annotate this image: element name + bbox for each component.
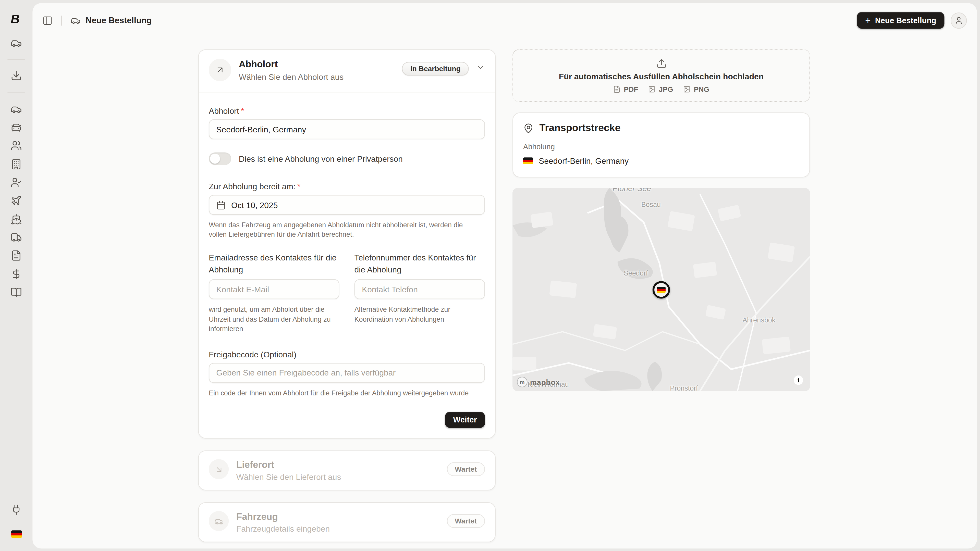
- step-subtitle: Fahrzeugdetails eingeben: [236, 524, 330, 534]
- truck-icon[interactable]: [11, 232, 22, 243]
- ship-icon[interactable]: [11, 214, 22, 225]
- kontakt-telefon-input[interactable]: [355, 279, 485, 300]
- car-front-icon[interactable]: [11, 122, 22, 133]
- dollar-icon[interactable]: [11, 268, 22, 280]
- image-icon: [648, 86, 655, 93]
- freigabecode-help: Ein code der Ihnen vom Abholort für die …: [209, 388, 485, 398]
- transportstrecke-card: Transportstrecke Abholung Seedorf-Berlin…: [512, 113, 810, 178]
- kontakt-email-input[interactable]: [209, 279, 339, 300]
- abholort-input[interactable]: [209, 119, 485, 139]
- arrow-up-right-icon: [209, 59, 231, 81]
- sidebar-divider: [7, 92, 25, 93]
- route-title: Transportstrecke: [539, 122, 620, 134]
- calendar-icon: [216, 200, 226, 210]
- abholdatum-picker[interactable]: Oct 10, 2025: [209, 195, 485, 215]
- language-flag-german[interactable]: [11, 530, 22, 538]
- kontakt-telefon-help: Alternative Kontaktmethode zur Koordinat…: [355, 305, 485, 324]
- map-label-town: Bosau: [641, 200, 661, 208]
- document-icon[interactable]: [11, 250, 22, 261]
- map-label-town: Ahrensbök: [742, 316, 775, 324]
- map-attribution-info-button[interactable]: i: [794, 375, 803, 385]
- map-label-town: Pronstorf: [670, 384, 698, 391]
- image-icon: [683, 86, 690, 93]
- chevron-down-icon[interactable]: [476, 63, 485, 74]
- format-jpg: JPG: [648, 86, 673, 93]
- abholdatum-help: Wenn das Fahrzeug am angegebenen Abholda…: [209, 221, 471, 240]
- abholschein-upload-dropzone[interactable]: Für automatisches Ausfüllen Abholschein …: [512, 49, 810, 102]
- status-badge: In Bearbeitung: [402, 62, 469, 76]
- status-badge: Wartet: [447, 514, 485, 528]
- book-open-icon[interactable]: [11, 287, 22, 298]
- required-mark: *: [298, 182, 301, 191]
- user-menu-button[interactable]: [951, 12, 967, 29]
- map-canvas[interactable]: Ploner See Bosau Seedorf Ahrensbök Klein…: [512, 188, 810, 391]
- user-icon: [955, 16, 963, 24]
- map-label-lake: Ploner See: [612, 188, 651, 193]
- sidebar: B: [0, 0, 32, 551]
- freigabecode-label: Freigabecode (Optional): [209, 350, 485, 359]
- kontakt-email-label: Emailadresse des Kontaktes für die Abhol…: [209, 252, 339, 276]
- plus-icon: +: [865, 16, 870, 25]
- app-root: B: [0, 0, 980, 551]
- german-flag-icon: [523, 157, 533, 164]
- kontakt-telefon-label: Telefonnummer des Kontaktes für die Abho…: [355, 252, 485, 276]
- plug-icon[interactable]: [11, 504, 22, 515]
- required-mark: *: [241, 106, 244, 116]
- new-order-button[interactable]: + Neue Bestellung: [857, 12, 944, 29]
- kontakt-email-help: wird genutzt, um am Abholort über die Uh…: [209, 305, 339, 334]
- abholdatum-value: Oct 10, 2025: [231, 200, 278, 210]
- upload-title: Für automatisches Ausfüllen Abholschein …: [559, 72, 764, 81]
- weiter-button[interactable]: Weiter: [445, 412, 485, 428]
- freigabecode-input[interactable]: [209, 363, 485, 383]
- van-icon[interactable]: [11, 38, 22, 49]
- mapbox-logo[interactable]: m mapbox: [517, 377, 560, 387]
- main-panel: Neue Bestellung + Neue Bestellung: [32, 3, 977, 548]
- lieferort-step-card[interactable]: Lieferort Wählen Sie den Lieferort aus W…: [198, 451, 496, 491]
- mapbox-icon: m: [517, 377, 528, 387]
- car-icon[interactable]: [11, 104, 22, 115]
- upload-icon: [656, 58, 667, 69]
- import-download-icon[interactable]: [11, 70, 22, 81]
- van-icon: [71, 15, 81, 25]
- abholort-step-card: Abholort Wählen Sie den Abholort aus In …: [198, 49, 496, 438]
- status-badge: Wartet: [447, 462, 485, 476]
- header-divider: [61, 15, 62, 25]
- breadcrumb: Neue Bestellung: [71, 15, 152, 25]
- abholdatum-label: Zur Abholung bereit am:*: [209, 182, 485, 191]
- step-title: Lieferort: [236, 459, 341, 470]
- format-png: PNG: [683, 86, 710, 93]
- pickup-label: Abholung: [523, 142, 799, 151]
- format-pdf: PDF: [613, 86, 638, 93]
- privatperson-toggle-label: Dies ist eine Abholung von einer Privatp…: [239, 154, 403, 164]
- file-icon: [613, 86, 620, 93]
- privatperson-toggle[interactable]: [209, 152, 231, 165]
- pickup-value: Seedorf-Berlin, Germany: [539, 156, 628, 165]
- step-title: Fahrzeug: [236, 511, 330, 522]
- pickup-map-marker[interactable]: [652, 281, 670, 299]
- step-title: Abholort: [239, 59, 344, 69]
- user-check-icon[interactable]: [11, 177, 22, 188]
- app-logo[interactable]: B: [11, 12, 19, 26]
- map-label-town: Seedorf: [624, 269, 648, 277]
- map-pin-icon: [523, 123, 534, 133]
- panel-toggle-button[interactable]: [43, 15, 52, 25]
- building-icon[interactable]: [11, 159, 22, 170]
- plane-icon[interactable]: [11, 195, 22, 206]
- top-header: Neue Bestellung + Neue Bestellung: [32, 3, 977, 38]
- german-flag-icon: [657, 287, 666, 293]
- step-subtitle: Wählen Sie den Lieferort aus: [236, 472, 341, 482]
- sidebar-divider: [7, 59, 25, 60]
- step-subtitle: Wählen Sie den Abholort aus: [239, 73, 344, 82]
- abholort-label: Abholort*: [209, 106, 485, 116]
- fahrzeug-step-card[interactable]: Fahrzeug Fahrzeugdetails eingeben Wartet: [198, 502, 496, 542]
- arrow-down-right-icon: [209, 459, 229, 479]
- breadcrumb-label: Neue Bestellung: [86, 16, 152, 25]
- users-icon[interactable]: [11, 140, 22, 151]
- car-icon: [209, 511, 229, 531]
